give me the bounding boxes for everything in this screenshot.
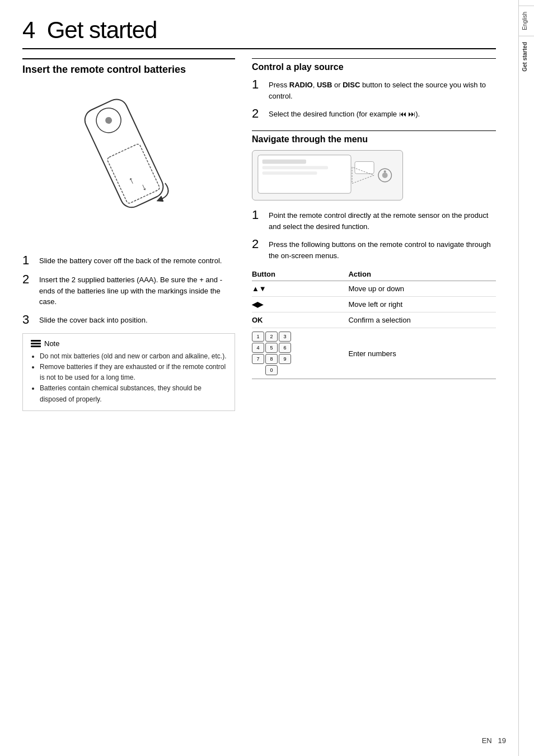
- note-header: Note: [31, 339, 227, 348]
- table-cell-button: ▲▼: [252, 281, 348, 297]
- table-cell-action: Enter numbers: [348, 328, 496, 379]
- control-step-1: 1 Press RADIO, USB or DISC button to sel…: [252, 78, 496, 101]
- svg-rect-0: [81, 96, 167, 211]
- note-list: Do not mix batteries (old and new or car…: [31, 351, 227, 405]
- table-row: OK Confirm a selection: [252, 312, 496, 328]
- left-column: Insert the remote control batteries: [22, 58, 235, 411]
- note-box: Note Do not mix batteries (old and new o…: [22, 333, 235, 411]
- left-section-title: Insert the remote control batteries: [22, 58, 235, 76]
- navigate-section-title: Navigate through the menu: [252, 130, 496, 144]
- svg-rect-9: [263, 171, 317, 175]
- note-item-1: Do not mix batteries (old and new or car…: [40, 351, 227, 362]
- table-cell-numpad: 1 2 3 4 5 6 7 8 9 0: [252, 328, 348, 379]
- table-row: 1 2 3 4 5 6 7 8 9 0: [252, 328, 496, 379]
- table-header-action: Action: [348, 268, 496, 281]
- right-column: Control a play source 1 Press RADIO, USB…: [252, 58, 496, 411]
- svg-rect-8: [263, 166, 328, 170]
- side-tab-get-started: Get started: [519, 36, 535, 77]
- note-item-2: Remove batteries if they are exhausted o…: [40, 362, 227, 383]
- device-illustration: [252, 150, 403, 200]
- table-row: ◀▶ Move left or right: [252, 297, 496, 312]
- navigate-step-2: 2 Press the following buttons on the rem…: [252, 237, 496, 261]
- note-icon: [31, 340, 41, 348]
- numpad-icon: 1 2 3 4 5 6 7 8 9 0: [252, 332, 291, 375]
- control-step-2: 2 Select the desired function (for examp…: [252, 107, 496, 120]
- step-1: 1 Slide the battery cover off the back o…: [22, 254, 235, 267]
- svg-point-12: [382, 172, 388, 178]
- step-3: 3 Slide the cover back into position.: [22, 313, 235, 326]
- step-2: 2 Insert the 2 supplied batteries (AAA).…: [22, 273, 235, 307]
- remote-illustration: ↑ ↓: [62, 82, 196, 245]
- svg-rect-7: [263, 160, 306, 164]
- table-row: ▲▼ Move up or down: [252, 281, 496, 297]
- svg-point-13: [384, 170, 386, 172]
- title-divider: [22, 48, 496, 49]
- table-cell-action: Move up or down: [348, 281, 496, 297]
- page-title: 4 Get started: [22, 17, 496, 44]
- control-section-title: Control a play source: [252, 58, 496, 72]
- table-header-button: Button: [252, 268, 348, 281]
- page-number: EN 19: [482, 736, 506, 745]
- side-tab-english: English: [519, 6, 535, 36]
- action-table: Button Action ▲▼ Move up or down: [252, 268, 496, 379]
- side-tabs: English Get started: [518, 0, 534, 756]
- table-cell-action: Confirm a selection: [348, 312, 496, 328]
- note-item-3: Batteries contain chemical substances, t…: [40, 383, 227, 404]
- table-cell-button: OK: [252, 312, 348, 328]
- navigate-step-1: 1 Point the remote control directly at t…: [252, 208, 496, 232]
- table-cell-action: Move left or right: [348, 297, 496, 312]
- table-cell-button: ◀▶: [252, 297, 348, 312]
